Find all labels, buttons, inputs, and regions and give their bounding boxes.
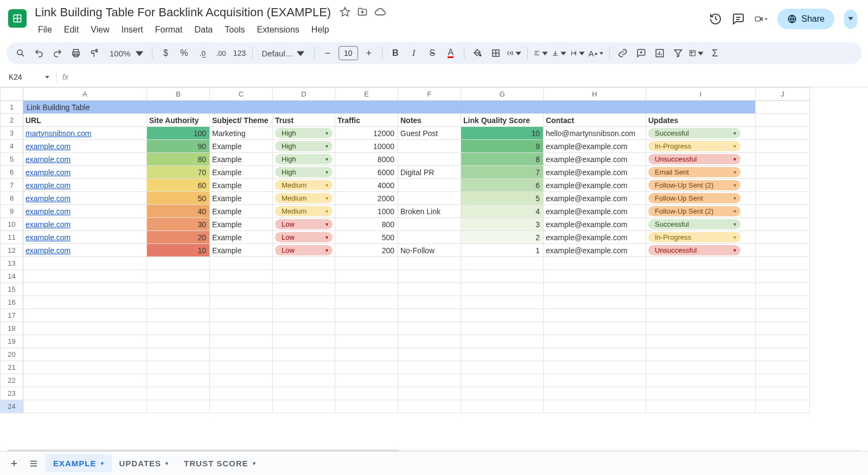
header-cell[interactable]: Subject/ Theme	[210, 114, 273, 127]
cell[interactable]	[23, 322, 147, 335]
cell[interactable]	[147, 387, 210, 400]
cell[interactable]	[398, 296, 461, 309]
cell[interactable]: 8000	[335, 153, 398, 166]
cell[interactable]	[273, 387, 335, 400]
cell[interactable]	[461, 361, 544, 374]
cell[interactable]	[273, 283, 335, 296]
cell[interactable]	[147, 322, 210, 335]
trust-chip[interactable]: Low▾	[275, 232, 333, 242]
url-link[interactable]: example.com	[25, 220, 71, 229]
cell[interactable]	[398, 192, 461, 205]
cell[interactable]: 1000	[335, 205, 398, 218]
cell[interactable]: 2000	[335, 192, 398, 205]
header-cell[interactable]: Site Authority	[147, 114, 210, 127]
cell[interactable]	[756, 309, 810, 322]
cell[interactable]: 500	[335, 231, 398, 244]
fontsize-plus[interactable]: +	[361, 46, 376, 61]
update-chip[interactable]: In-Progress▾	[648, 141, 741, 151]
url-link[interactable]: example.com	[25, 168, 71, 177]
cell[interactable]	[544, 400, 646, 413]
undo-icon[interactable]	[31, 46, 47, 61]
menu-edit[interactable]: Edit	[59, 23, 85, 37]
cell[interactable]	[646, 309, 756, 322]
cell[interactable]: Marketing	[210, 127, 273, 140]
row-header[interactable]: 10	[1, 218, 23, 231]
cell[interactable]	[398, 322, 461, 335]
filter-views-icon[interactable]	[689, 46, 704, 61]
cell[interactable]	[210, 309, 273, 322]
cell[interactable]: 2	[461, 231, 544, 244]
cell[interactable]: 3	[461, 218, 544, 231]
cell[interactable]	[544, 335, 646, 348]
cell[interactable]	[23, 348, 147, 361]
header-cell[interactable]: Notes	[398, 114, 461, 127]
merge-icon[interactable]	[507, 46, 522, 61]
paint-format-icon[interactable]	[87, 46, 102, 61]
cell[interactable]	[461, 374, 544, 387]
cell[interactable]	[544, 361, 646, 374]
row-header[interactable]: 11	[1, 231, 23, 244]
cell[interactable]: 70	[147, 166, 210, 179]
cell[interactable]: 10	[147, 244, 210, 257]
cell[interactable]: Successful▾	[646, 127, 756, 140]
url-link[interactable]: example.com	[25, 246, 71, 255]
wrap-icon[interactable]	[570, 46, 585, 61]
cell[interactable]: Example	[210, 231, 273, 244]
trust-chip[interactable]: High▾	[275, 167, 333, 177]
format-123-icon[interactable]: 123	[232, 46, 247, 61]
cell[interactable]	[273, 322, 335, 335]
cell[interactable]	[210, 400, 273, 413]
cell[interactable]	[461, 335, 544, 348]
col-header-A[interactable]: A	[23, 88, 147, 101]
cell[interactable]	[756, 387, 810, 400]
header-cell[interactable]: Updates	[646, 114, 756, 127]
cell[interactable]: Medium▾	[273, 192, 335, 205]
cell[interactable]: Unsuccessful▾	[646, 153, 756, 166]
row-header[interactable]: 18	[1, 322, 23, 335]
namebox-dropdown-icon[interactable]	[44, 73, 50, 81]
cell[interactable]	[398, 218, 461, 231]
cell[interactable]	[646, 283, 756, 296]
cell[interactable]: example@example.com	[544, 231, 646, 244]
trust-chip[interactable]: Medium▾	[275, 180, 333, 190]
cell[interactable]	[210, 270, 273, 283]
cell[interactable]	[273, 348, 335, 361]
cell[interactable]	[273, 309, 335, 322]
cell[interactable]: 200	[335, 244, 398, 257]
cell[interactable]: Email Sent▾	[646, 166, 756, 179]
row-header[interactable]: 20	[1, 348, 23, 361]
col-header-I[interactable]: I	[646, 88, 756, 101]
cell[interactable]	[646, 387, 756, 400]
cell[interactable]: Example	[210, 179, 273, 192]
cell[interactable]	[210, 322, 273, 335]
cell[interactable]	[23, 361, 147, 374]
cell[interactable]	[335, 335, 398, 348]
cell[interactable]: 100	[147, 127, 210, 140]
cell[interactable]	[23, 309, 147, 322]
col-header-E[interactable]: E	[335, 88, 398, 101]
cell[interactable]: Unsuccessful▾	[646, 244, 756, 257]
cell[interactable]: Example	[210, 153, 273, 166]
cell[interactable]	[147, 361, 210, 374]
cell[interactable]: No-Follow	[398, 244, 461, 257]
cell[interactable]: hello@martynsnibson.com	[544, 127, 646, 140]
cell[interactable]: Example	[210, 218, 273, 231]
cell[interactable]: Successful▾	[646, 218, 756, 231]
cell[interactable]	[461, 322, 544, 335]
cell[interactable]: example.com	[23, 166, 147, 179]
header-cell[interactable]: Trust	[273, 114, 335, 127]
cell[interactable]: High▾	[273, 140, 335, 153]
cell[interactable]	[210, 387, 273, 400]
cell[interactable]	[461, 348, 544, 361]
cell[interactable]: Follow-Up Sent▾	[646, 192, 756, 205]
strike-icon[interactable]: S	[425, 46, 440, 61]
cell[interactable]	[544, 270, 646, 283]
cell[interactable]	[210, 348, 273, 361]
cell[interactable]: example@example.com	[544, 205, 646, 218]
cell[interactable]: Medium▾	[273, 205, 335, 218]
cell[interactable]: 30	[147, 218, 210, 231]
row-header[interactable]: 9	[1, 205, 23, 218]
cell[interactable]	[147, 296, 210, 309]
all-sheets-icon[interactable]	[26, 456, 41, 457]
cell[interactable]	[398, 140, 461, 153]
